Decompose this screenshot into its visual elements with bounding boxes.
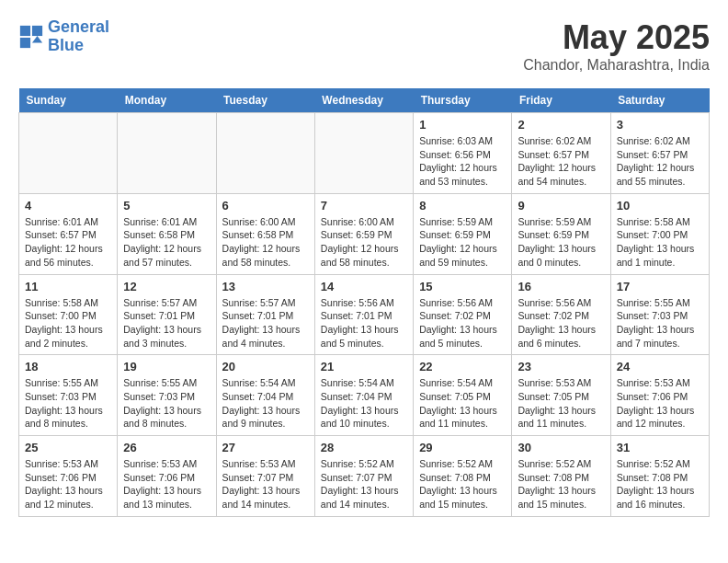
day-info: Sunrise: 5:56 AM Sunset: 7:02 PM Dayligh…	[518, 296, 604, 350]
calendar-cell	[118, 113, 216, 194]
logo: General Blue	[18, 18, 109, 55]
logo-blue: Blue	[48, 36, 84, 54]
day-info: Sunrise: 5:58 AM Sunset: 7:00 PM Dayligh…	[617, 215, 703, 270]
calendar-cell: 6Sunrise: 6:00 AM Sunset: 6:58 PM Daylig…	[216, 193, 314, 274]
day-info: Sunrise: 6:00 AM Sunset: 6:58 PM Dayligh…	[222, 215, 309, 270]
calendar-cell	[19, 113, 118, 194]
calendar-cell: 15Sunrise: 5:56 AM Sunset: 7:02 PM Dayli…	[414, 274, 512, 355]
calendar-cell: 1Sunrise: 6:03 AM Sunset: 6:56 PM Daylig…	[414, 113, 512, 194]
day-info: Sunrise: 5:54 AM Sunset: 7:04 PM Dayligh…	[321, 376, 407, 431]
day-info: Sunrise: 5:53 AM Sunset: 7:05 PM Dayligh…	[518, 376, 604, 431]
calendar-week-2: 4Sunrise: 6:01 AM Sunset: 6:57 PM Daylig…	[19, 193, 710, 274]
calendar-cell: 24Sunrise: 5:53 AM Sunset: 7:06 PM Dayli…	[610, 355, 709, 436]
logo-general: General	[48, 17, 109, 36]
day-info: Sunrise: 5:52 AM Sunset: 7:08 PM Dayligh…	[518, 457, 604, 511]
day-info: Sunrise: 5:53 AM Sunset: 7:06 PM Dayligh…	[25, 457, 111, 511]
day-number: 3	[617, 118, 703, 132]
calendar-cell: 31Sunrise: 5:52 AM Sunset: 7:08 PM Dayli…	[610, 436, 709, 517]
day-number: 21	[321, 360, 407, 373]
day-info: Sunrise: 5:52 AM Sunset: 7:08 PM Dayligh…	[617, 457, 703, 511]
calendar-cell: 4Sunrise: 6:01 AM Sunset: 6:57 PM Daylig…	[19, 193, 118, 274]
calendar-cell: 23Sunrise: 5:53 AM Sunset: 7:05 PM Dayli…	[512, 355, 610, 436]
day-number: 27	[222, 441, 309, 454]
day-number: 16	[518, 280, 604, 293]
day-number: 7	[321, 199, 407, 213]
calendar-cell: 30Sunrise: 5:52 AM Sunset: 7:08 PM Dayli…	[512, 436, 610, 517]
calendar-cell: 29Sunrise: 5:52 AM Sunset: 7:08 PM Dayli…	[414, 436, 512, 517]
weekday-header-friday: Friday	[512, 88, 610, 113]
day-number: 11	[25, 280, 111, 293]
day-info: Sunrise: 6:02 AM Sunset: 6:57 PM Dayligh…	[617, 134, 703, 189]
calendar-week-3: 11Sunrise: 5:58 AM Sunset: 7:00 PM Dayli…	[19, 274, 710, 355]
day-info: Sunrise: 6:00 AM Sunset: 6:59 PM Dayligh…	[321, 215, 407, 270]
calendar-cell: 22Sunrise: 5:54 AM Sunset: 7:05 PM Dayli…	[414, 355, 512, 436]
weekday-header-row: SundayMondayTuesdayWednesdayThursdayFrid…	[19, 88, 710, 113]
calendar-cell: 14Sunrise: 5:56 AM Sunset: 7:01 PM Dayli…	[314, 274, 413, 355]
weekday-header-wednesday: Wednesday	[314, 88, 413, 113]
weekday-header-sunday: Sunday	[19, 88, 118, 113]
svg-marker-3	[32, 36, 42, 42]
day-number: 31	[617, 441, 703, 454]
day-number: 12	[123, 280, 210, 293]
calendar-cell: 18Sunrise: 5:55 AM Sunset: 7:03 PM Dayli…	[19, 355, 118, 436]
day-number: 13	[222, 280, 309, 293]
calendar-cell: 16Sunrise: 5:56 AM Sunset: 7:02 PM Dayli…	[512, 274, 610, 355]
month-title: May 2025	[523, 18, 710, 57]
day-info: Sunrise: 5:56 AM Sunset: 7:02 PM Dayligh…	[419, 296, 506, 350]
day-number: 8	[419, 199, 506, 213]
calendar-cell	[216, 113, 314, 194]
day-number: 14	[321, 280, 407, 293]
day-number: 30	[518, 441, 604, 454]
calendar-header: SundayMondayTuesdayWednesdayThursdayFrid…	[19, 88, 710, 113]
calendar-cell: 25Sunrise: 5:53 AM Sunset: 7:06 PM Dayli…	[19, 436, 118, 517]
day-number: 28	[321, 441, 407, 454]
day-info: Sunrise: 5:56 AM Sunset: 7:01 PM Dayligh…	[321, 296, 407, 350]
location: Chandor, Maharashtra, India	[523, 57, 710, 74]
day-info: Sunrise: 5:57 AM Sunset: 7:01 PM Dayligh…	[222, 296, 309, 350]
day-info: Sunrise: 5:59 AM Sunset: 6:59 PM Dayligh…	[419, 215, 506, 270]
day-number: 10	[617, 199, 703, 213]
day-number: 22	[419, 360, 506, 373]
day-info: Sunrise: 6:03 AM Sunset: 6:56 PM Dayligh…	[419, 134, 506, 189]
svg-rect-1	[32, 26, 42, 36]
day-number: 15	[419, 280, 506, 293]
day-number: 26	[123, 441, 210, 454]
day-info: Sunrise: 6:01 AM Sunset: 6:58 PM Dayligh…	[123, 215, 210, 270]
calendar-cell: 8Sunrise: 5:59 AM Sunset: 6:59 PM Daylig…	[414, 193, 512, 274]
day-number: 2	[518, 118, 604, 132]
calendar-cell: 3Sunrise: 6:02 AM Sunset: 6:57 PM Daylig…	[610, 113, 709, 194]
day-number: 23	[518, 360, 604, 373]
calendar-cell: 26Sunrise: 5:53 AM Sunset: 7:06 PM Dayli…	[118, 436, 216, 517]
day-info: Sunrise: 5:57 AM Sunset: 7:01 PM Dayligh…	[123, 296, 210, 350]
day-number: 18	[25, 360, 111, 373]
day-number: 19	[123, 360, 210, 373]
calendar-cell: 20Sunrise: 5:54 AM Sunset: 7:04 PM Dayli…	[216, 355, 314, 436]
calendar-week-4: 18Sunrise: 5:55 AM Sunset: 7:03 PM Dayli…	[19, 355, 710, 436]
calendar-body: 1Sunrise: 6:03 AM Sunset: 6:56 PM Daylig…	[19, 113, 710, 517]
day-number: 17	[617, 280, 703, 293]
calendar-cell: 19Sunrise: 5:55 AM Sunset: 7:03 PM Dayli…	[118, 355, 216, 436]
weekday-header-monday: Monday	[118, 88, 216, 113]
calendar-week-5: 25Sunrise: 5:53 AM Sunset: 7:06 PM Dayli…	[19, 436, 710, 517]
day-info: Sunrise: 6:01 AM Sunset: 6:57 PM Dayligh…	[25, 215, 111, 270]
page-header: General Blue May 2025 Chandor, Maharasht…	[18, 18, 710, 74]
calendar-cell: 21Sunrise: 5:54 AM Sunset: 7:04 PM Dayli…	[314, 355, 413, 436]
calendar-cell: 28Sunrise: 5:52 AM Sunset: 7:07 PM Dayli…	[314, 436, 413, 517]
day-info: Sunrise: 5:53 AM Sunset: 7:07 PM Dayligh…	[222, 457, 309, 511]
calendar-cell: 17Sunrise: 5:55 AM Sunset: 7:03 PM Dayli…	[610, 274, 709, 355]
calendar-cell: 5Sunrise: 6:01 AM Sunset: 6:58 PM Daylig…	[118, 193, 216, 274]
logo-icon	[18, 24, 44, 50]
day-info: Sunrise: 5:58 AM Sunset: 7:00 PM Dayligh…	[25, 296, 111, 350]
calendar-cell: 12Sunrise: 5:57 AM Sunset: 7:01 PM Dayli…	[118, 274, 216, 355]
day-number: 6	[222, 199, 309, 213]
calendar-cell: 10Sunrise: 5:58 AM Sunset: 7:00 PM Dayli…	[610, 193, 709, 274]
calendar-cell: 13Sunrise: 5:57 AM Sunset: 7:01 PM Dayli…	[216, 274, 314, 355]
day-number: 5	[123, 199, 210, 213]
day-number: 24	[617, 360, 703, 373]
day-info: Sunrise: 5:55 AM Sunset: 7:03 PM Dayligh…	[25, 376, 111, 431]
weekday-header-tuesday: Tuesday	[216, 88, 314, 113]
day-info: Sunrise: 6:02 AM Sunset: 6:57 PM Dayligh…	[518, 134, 604, 189]
day-info: Sunrise: 5:53 AM Sunset: 7:06 PM Dayligh…	[123, 457, 210, 511]
svg-rect-2	[20, 38, 30, 48]
calendar-week-1: 1Sunrise: 6:03 AM Sunset: 6:56 PM Daylig…	[19, 113, 710, 194]
